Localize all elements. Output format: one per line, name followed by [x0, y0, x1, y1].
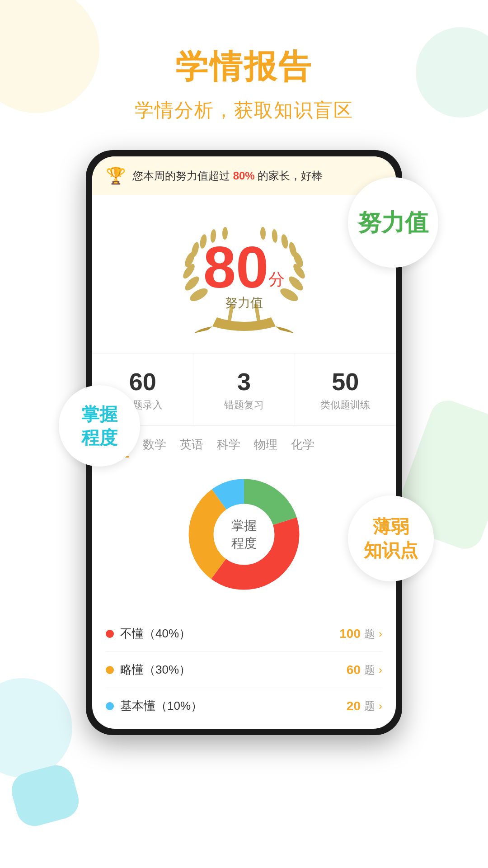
- legend-dot-2: [106, 702, 114, 710]
- legend-unit-1: 题: [364, 663, 375, 677]
- legend-dot-0: [106, 630, 114, 638]
- subject-tab-math[interactable]: 数学: [143, 437, 166, 458]
- subject-tab-english[interactable]: 英语: [180, 437, 203, 458]
- subject-tab-physics[interactable]: 物理: [254, 437, 277, 458]
- legend-count-1: 60: [347, 663, 361, 677]
- phone-mockup: 努力值 掌握程度 薄弱知识点 🏆 您本周的努力值超过 80% 的家长，好棒: [86, 150, 402, 735]
- notification-text: 您本周的努力值超过 80% 的家长，好棒: [132, 169, 323, 183]
- floating-weak-label: 薄弱知识点: [348, 495, 434, 581]
- legend-item-0[interactable]: 不懂（40%） 100 题 ›: [106, 616, 382, 652]
- legend-section: 不懂（40%） 100 题 › 略懂（30%）: [92, 611, 396, 729]
- legend-right-2: 20 题 ›: [347, 699, 382, 713]
- legend-dot-1: [106, 666, 114, 674]
- floating-master-label: 掌握程度: [59, 385, 140, 467]
- legend-label-2: 基本懂（10%）: [120, 698, 202, 714]
- legend-unit-2: 题: [364, 699, 375, 713]
- legend-label-1: 略懂（30%）: [120, 662, 191, 678]
- stat-item-review: 3 错题复习: [193, 354, 295, 425]
- trophy-icon: 🏆: [106, 166, 126, 185]
- score-number: 80分: [203, 233, 285, 301]
- laurel-container: 80分 努力值: [172, 213, 316, 340]
- legend-left-0: 不懂（40%）: [106, 626, 191, 642]
- bg-decoration-botleft: [0, 678, 72, 778]
- legend-unit-0: 题: [364, 627, 375, 641]
- weak-label-text: 薄弱知识点: [364, 515, 418, 562]
- legend-arrow-2: ›: [379, 700, 382, 712]
- highlight-percent: 80%: [233, 170, 255, 182]
- donut-center-label: 掌握程度: [231, 517, 257, 552]
- stat-item-similar: 50 类似题训练: [295, 354, 396, 425]
- legend-item-1[interactable]: 略懂（30%） 60 题 ›: [106, 652, 382, 688]
- legend-item-2[interactable]: 基本懂（10%） 20 题 ›: [106, 688, 382, 724]
- notification-banner: 🏆 您本周的努力值超过 80% 的家长，好棒: [92, 156, 396, 195]
- master-label-text: 掌握程度: [81, 402, 117, 449]
- stat-number-2: 50: [300, 368, 391, 396]
- legend-count-0: 100: [339, 627, 361, 641]
- legend-arrow-0: ›: [379, 627, 382, 640]
- page-subtitle: 学情分析，获取知识盲区: [0, 98, 488, 123]
- effort-label-text: 努力值: [358, 208, 428, 236]
- header: 学情报告 学情分析，获取知识盲区: [0, 0, 488, 123]
- stat-desc-1: 错题复习: [198, 398, 290, 412]
- legend-right-0: 100 题 ›: [339, 627, 382, 641]
- legend-label-0: 不懂（40%）: [120, 626, 191, 642]
- subject-tab-chemistry[interactable]: 化学: [291, 437, 314, 458]
- legend-left-2: 基本懂（10%）: [106, 698, 202, 714]
- stat-desc-2: 类似题训练: [300, 398, 391, 412]
- legend-arrow-1: ›: [379, 664, 382, 676]
- legend-count-2: 20: [347, 699, 361, 713]
- donut-chart: 掌握程度: [181, 471, 307, 598]
- page-title: 学情报告: [0, 45, 488, 89]
- subject-tab-science[interactable]: 科学: [217, 437, 240, 458]
- floating-effort-label: 努力值: [348, 177, 438, 268]
- screen-content: 🏆 您本周的努力值超过 80% 的家长，好棒: [92, 156, 396, 729]
- score-display: 80分 努力值: [203, 233, 285, 311]
- legend-right-1: 60 题 ›: [347, 663, 382, 677]
- stat-number-1: 3: [198, 368, 290, 396]
- legend-left-1: 略懂（30%）: [106, 662, 191, 678]
- phone-screen: 🏆 您本周的努力值超过 80% 的家长，好棒: [92, 156, 396, 729]
